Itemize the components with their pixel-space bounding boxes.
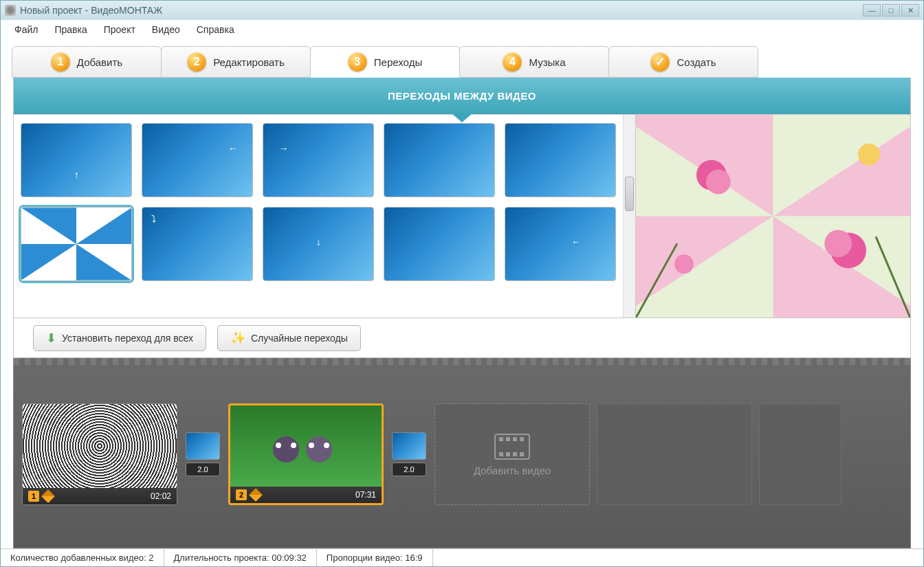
preview-image	[636, 115, 910, 318]
timeline-clip-selected[interactable]: 2 07:31	[228, 403, 384, 505]
menubar: Файл Правка Проект Видео Справка	[1, 20, 923, 39]
tab-label: Добавить	[77, 56, 122, 68]
svg-point-4	[824, 230, 852, 257]
tab-create[interactable]: ✓ Создать	[608, 46, 758, 78]
transition-thumb[interactable]: ←	[505, 207, 616, 281]
maximize-button[interactable]: □	[882, 4, 900, 16]
tab-add[interactable]: 1 Добавить	[12, 46, 162, 78]
statusbar: Количество добавленных видео: 2 Длительн…	[1, 548, 923, 566]
transition-thumb[interactable]: ⤵	[142, 207, 253, 281]
clip-duration: 07:31	[355, 490, 376, 500]
main-area: ↑ ← → ⤵ ↓ ←	[13, 115, 911, 318]
clip-thumbnail	[230, 405, 382, 487]
minimize-button[interactable]: —	[863, 4, 881, 16]
empty-slot	[597, 403, 752, 505]
random-button[interactable]: ✨ Случайные переходы	[217, 325, 361, 351]
tab-label: Переходы	[374, 56, 422, 68]
transition-thumb[interactable]	[505, 123, 616, 197]
step-number-icon: 3	[348, 52, 367, 71]
arrow-down-icon: ⬇	[46, 331, 56, 346]
transitions-grid: ↑ ← → ⤵ ↓ ←	[14, 115, 635, 318]
svg-point-6	[674, 254, 694, 274]
step-tabs: 1 Добавить 2 Редактировать 3 Переходы 4 …	[1, 39, 923, 78]
transition-thumb-selected[interactable]	[21, 207, 132, 281]
pencil-icon[interactable]	[41, 489, 55, 503]
tab-transitions[interactable]: 3 Переходы	[310, 46, 460, 78]
scrollbar[interactable]	[623, 115, 635, 318]
transition-chip-thumb	[186, 432, 220, 460]
transition-thumb[interactable]	[384, 123, 495, 197]
main-window: Новый проект - ВидеоМОНТАЖ — □ ✕ Файл Пр…	[0, 0, 924, 567]
tab-label: Музыка	[529, 56, 565, 68]
menu-video[interactable]: Видео	[145, 21, 187, 38]
svg-point-2	[706, 170, 731, 194]
step-number-icon: 2	[187, 52, 206, 71]
close-button[interactable]: ✕	[901, 4, 919, 16]
action-buttons-row: ⬇ Установить переход для всех ✨ Случайны…	[13, 318, 911, 358]
transition-thumb[interactable]: ↓	[263, 207, 374, 281]
set-all-button[interactable]: ⬇ Установить переход для всех	[33, 325, 206, 351]
transition-chip-thumb	[392, 432, 426, 460]
clip-duration: 02:02	[151, 491, 171, 501]
button-label: Установить переход для всех	[62, 333, 193, 344]
timeline-clip[interactable]: 1 02:02	[22, 403, 177, 505]
svg-rect-8	[499, 437, 503, 441]
svg-rect-10	[513, 437, 517, 441]
transition-thumb[interactable]: →	[263, 123, 374, 197]
svg-rect-13	[506, 452, 510, 456]
transition-thumb[interactable]: ←	[142, 123, 253, 197]
svg-rect-11	[520, 437, 524, 441]
tab-edit[interactable]: 2 Редактировать	[161, 46, 311, 78]
timeline: 1 02:02 2.0 2 07:31	[13, 358, 911, 548]
pencil-icon[interactable]	[249, 488, 263, 502]
clip-number: 1	[28, 491, 39, 502]
transition-duration: 2.0	[392, 463, 426, 476]
svg-rect-12	[499, 452, 503, 456]
film-icon	[494, 433, 531, 460]
section-header: ПЕРЕХОДЫ МЕЖДУ ВИДЕО	[13, 78, 911, 115]
svg-rect-14	[513, 452, 517, 456]
menu-file[interactable]: Файл	[8, 21, 45, 38]
clip-number: 2	[236, 489, 247, 500]
menu-project[interactable]: Проект	[97, 21, 142, 38]
menu-edit[interactable]: Правка	[47, 21, 94, 38]
check-icon: ✓	[650, 52, 670, 71]
step-number-icon: 1	[51, 52, 70, 71]
transition-thumb[interactable]: ↑	[21, 123, 132, 197]
transition-duration: 2.0	[186, 463, 220, 476]
svg-rect-15	[520, 452, 524, 456]
tab-label: Редактировать	[213, 56, 285, 68]
status-clip-count: Количество добавленных видео: 2	[1, 549, 164, 566]
status-project-length: Длительность проекта: 00:09:32	[164, 549, 317, 566]
scrollbar-thumb[interactable]	[625, 177, 634, 211]
transition-chip[interactable]: 2.0	[390, 432, 428, 476]
button-label: Случайные переходы	[251, 333, 348, 344]
tab-music[interactable]: 4 Музыка	[459, 46, 609, 78]
svg-rect-9	[506, 437, 510, 441]
preview-pane	[635, 115, 910, 318]
window-title: Новый проект - ВидеоМОНТАЖ	[20, 5, 162, 16]
clip-thumbnail	[23, 404, 177, 488]
svg-point-5	[858, 144, 880, 166]
clip-footer: 1 02:02	[23, 488, 177, 504]
menu-help[interactable]: Справка	[190, 21, 241, 38]
clip-footer: 2 07:31	[230, 487, 382, 503]
wand-icon: ✨	[230, 331, 245, 346]
add-video-label: Добавить видео	[474, 465, 551, 476]
app-icon	[5, 5, 16, 16]
transition-chip[interactable]: 2.0	[184, 432, 221, 476]
add-video-button[interactable]: Добавить видео	[434, 403, 590, 505]
empty-slot	[759, 403, 842, 505]
step-number-icon: 4	[503, 52, 522, 71]
status-aspect-ratio: Пропорции видео: 16:9	[317, 549, 433, 566]
titlebar: Новый проект - ВидеоМОНТАЖ — □ ✕	[1, 1, 923, 20]
tab-label: Создать	[676, 56, 716, 68]
transition-thumb[interactable]	[384, 207, 495, 281]
section-title: ПЕРЕХОДЫ МЕЖДУ ВИДЕО	[388, 90, 536, 102]
